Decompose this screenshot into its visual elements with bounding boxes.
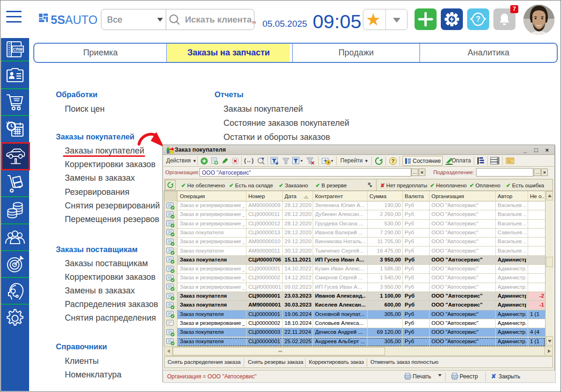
svg-text:?: ? [476,15,480,23]
svg-text:?: ? [392,158,395,164]
svg-text:CRM: CRM [13,47,23,52]
